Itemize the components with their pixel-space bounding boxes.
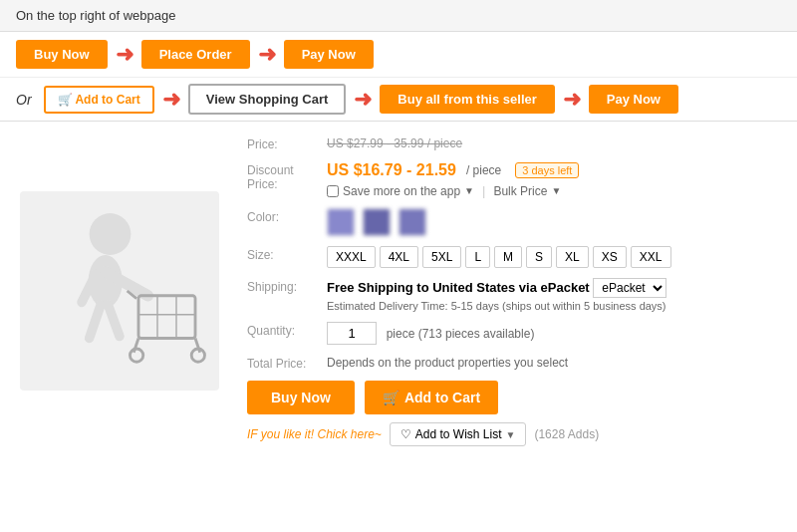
flow-1: Buy Now ➜ Place Order ➜ Pay Now (0, 32, 797, 78)
save-app-text: Save more on the app (343, 184, 460, 198)
main-content: Price: US $27.99 - 35.99 / piece Discoun… (0, 122, 797, 460)
color-swatch-2[interactable] (363, 208, 391, 236)
size-m[interactable]: M (494, 246, 522, 268)
save-app-checkbox[interactable] (327, 185, 339, 197)
shipping-row: Shipping: Free Shipping to United States… (247, 278, 781, 312)
quantity-row: Quantity: piece (713 pieces available) (247, 322, 781, 345)
size-xxxl[interactable]: XXXL (327, 246, 376, 268)
discount-price-row: DiscountPrice: US $16.79 - 21.59 / piece… (247, 161, 781, 198)
wishlist-dropdown: ▼ (506, 429, 516, 440)
arrow-2: ➜ (258, 44, 276, 66)
quantity-input[interactable] (327, 322, 377, 345)
bulk-price-dropdown[interactable]: ▼ (551, 185, 561, 196)
cart-icon-top: 🛒 (58, 93, 73, 107)
save-app-dropdown[interactable]: ▼ (464, 185, 474, 196)
total-price-text: Depends on the product properties you se… (327, 356, 568, 370)
product-image-area (0, 132, 239, 450)
cart-figure-svg (25, 196, 214, 386)
discount-label: DiscountPrice: (247, 161, 327, 191)
add-to-cart-button-top[interactable]: 🛒 Add to Cart (44, 86, 154, 114)
view-shopping-cart-button[interactable]: View Shopping Cart (188, 84, 347, 115)
size-label: Size: (247, 246, 327, 262)
size-s[interactable]: S (526, 246, 552, 268)
add-to-wishlist-button[interactable]: ♡ Add to Wish List ▼ (390, 422, 527, 446)
shipping-label: Shipping: (247, 278, 327, 294)
arrow-5: ➜ (563, 89, 581, 111)
size-row: Size: XXXL 4XL 5XL L M S XL XS XXL (247, 246, 781, 268)
arrow-4: ➜ (354, 89, 372, 111)
if-you-like-text: IF you like it! Chick here~ (247, 427, 382, 441)
or-label: Or (16, 92, 32, 108)
shipping-value: Free Shipping to United States via ePack… (327, 278, 781, 312)
price-value: US $27.99 - 35.99 / piece (327, 135, 781, 150)
product-image (20, 191, 219, 391)
days-left-badge: 3 days left (515, 162, 579, 178)
svg-point-10 (130, 349, 142, 362)
shipping-to-text: to United States via ePacket (416, 280, 589, 295)
save-app-row: Save more on the app ▼ | Bulk Price ▼ (327, 183, 781, 198)
pay-now-button-2[interactable]: Pay Now (589, 85, 678, 114)
svg-point-0 (90, 213, 132, 255)
arrow-1: ➜ (116, 44, 133, 66)
buy-now-button-main[interactable]: Buy Now (247, 381, 355, 414)
quantity-available: piece (713 pieces available) (387, 327, 535, 341)
size-l[interactable]: L (465, 246, 490, 268)
size-xl[interactable]: XL (556, 246, 589, 268)
color-label: Color: (247, 208, 327, 224)
svg-line-5 (109, 305, 120, 336)
quantity-label: Quantity: (247, 322, 327, 338)
buy-all-from-seller-button[interactable]: Buy all from this seller (380, 85, 554, 114)
free-shipping-text: Free Shipping (327, 280, 413, 295)
original-price: US $27.99 - 35.99 / piece (327, 136, 462, 150)
wishlist-row: IF you like it! Chick here~ ♡ Add to Wis… (247, 422, 781, 446)
color-swatch-3[interactable] (398, 208, 426, 236)
color-row: Color: (247, 208, 781, 236)
place-order-button[interactable]: Place Order (141, 40, 250, 69)
size-xs[interactable]: XS (593, 246, 627, 268)
bulk-price-text: Bulk Price (493, 184, 547, 198)
add-to-cart-button-main[interactable]: 🛒 Add to Cart (365, 381, 498, 414)
color-swatch-1[interactable] (327, 208, 355, 236)
buy-now-button-1[interactable]: Buy Now (16, 40, 108, 69)
shipping-sub-text: Estimated Delivery Time: 5-15 days (ship… (327, 300, 781, 312)
price-label: Price: (247, 135, 327, 151)
total-price-row: Total Price: Depends on the product prop… (247, 355, 781, 371)
size-buttons-container: XXXL 4XL 5XL L M S XL XS XXL (327, 246, 781, 268)
add-to-cart-icon: 🛒 (383, 390, 399, 405)
total-label: Total Price: (247, 355, 327, 371)
wishlist-count: (1628 Adds) (534, 427, 599, 441)
shipping-main-text: Free Shipping to United States via ePack… (327, 278, 781, 298)
size-4xl[interactable]: 4XL (380, 246, 418, 268)
top-banner: On the top right of webpage (0, 0, 797, 32)
size-xxl[interactable]: XXL (631, 246, 671, 268)
pay-now-button-1[interactable]: Pay Now (284, 40, 374, 69)
quantity-value: piece (713 pieces available) (327, 322, 781, 345)
flow-2-row: Or 🛒 Add to Cart ➜ View Shopping Cart ➜ … (0, 78, 797, 122)
shipping-select[interactable]: ePacket (593, 278, 666, 298)
price-unit: / piece (466, 163, 501, 177)
size-buttons-group: XXXL 4XL 5XL L M S XL XS XXL (327, 246, 781, 268)
arrow-3: ➜ (162, 89, 180, 111)
total-value: Depends on the product properties you se… (327, 355, 781, 370)
discount-price: US $16.79 - 21.59 (327, 161, 456, 179)
action-buttons: Buy Now 🛒 Add to Cart (247, 381, 781, 414)
size-5xl[interactable]: 5XL (422, 246, 461, 268)
top-banner-text: On the top right of webpage (16, 8, 175, 23)
heart-icon: ♡ (400, 427, 411, 441)
discount-value: US $16.79 - 21.59 / piece 3 days left Sa… (327, 161, 781, 198)
product-details: Price: US $27.99 - 35.99 / piece Discoun… (239, 132, 797, 450)
svg-line-4 (90, 305, 101, 338)
color-swatches (327, 208, 781, 236)
price-row: Price: US $27.99 - 35.99 / piece (247, 135, 781, 151)
svg-rect-6 (138, 296, 195, 339)
